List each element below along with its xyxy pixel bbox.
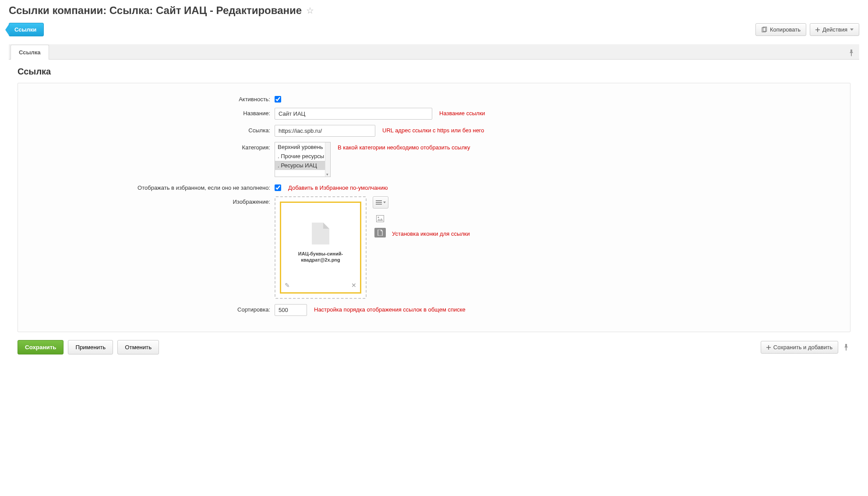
- thumbnail-filename: ИАЦ-буквы-синий-квадрат@2x.png: [285, 251, 356, 263]
- save-and-add-button[interactable]: Сохранить и добавить: [761, 341, 838, 354]
- link-input[interactable]: [275, 125, 375, 137]
- caret-down-icon: [383, 202, 386, 204]
- footer-bar: Сохранить Применить Отменить Сохранить и…: [18, 340, 850, 354]
- form-box: Активность: Название: Название ссылки Сс…: [18, 83, 850, 332]
- pin-footer-button[interactable]: [842, 342, 850, 353]
- tabs-bar: Ссылка: [9, 44, 859, 60]
- file-icon: [312, 223, 329, 244]
- remove-thumbnail-button[interactable]: ✕: [351, 282, 356, 289]
- actions-button[interactable]: Действия: [810, 23, 859, 36]
- activity-label: Активность:: [25, 94, 275, 103]
- copy-label: Копировать: [770, 26, 801, 33]
- pin-icon: [843, 344, 849, 351]
- image-thumbnail: ИАЦ-буквы-синий-квадрат@2x.png ✎ ✕: [280, 202, 361, 294]
- category-option-2[interactable]: . Ресурсы ИАЦ: [275, 161, 330, 170]
- copy-icon: [761, 27, 767, 33]
- favorites-checkbox[interactable]: [275, 184, 281, 191]
- apply-label: Применить: [75, 344, 106, 351]
- hamburger-icon: [376, 200, 382, 205]
- sort-hint: Настройка порядка отображения ссылок в о…: [314, 304, 466, 313]
- link-label: Ссылка:: [25, 125, 275, 134]
- row-activity: Активность:: [25, 94, 843, 103]
- plus-icon: [766, 345, 771, 350]
- save-add-label: Сохранить и добавить: [773, 344, 833, 351]
- category-option-1[interactable]: . Прочие ресурсы: [275, 152, 330, 161]
- svg-point-3: [378, 217, 379, 218]
- edit-thumbnail-button[interactable]: ✎: [285, 282, 290, 289]
- link-hint: URL адрес ссылки с https или без него: [382, 125, 484, 134]
- category-hint: В какой категории необходимо отобразить …: [338, 142, 470, 151]
- image-hint: Установка иконки для ссылки: [392, 228, 470, 237]
- pin-tabs-button[interactable]: [845, 47, 857, 59]
- row-link: Ссылка: URL адрес ссылки с https или без…: [25, 125, 843, 137]
- listbox-scrollbar[interactable]: [325, 142, 330, 177]
- favorites-label: Отображать в избранном, если оно не запо…: [25, 182, 275, 191]
- thumbnail-preview: ИАЦ-буквы-синий-квадрат@2x.png: [285, 206, 356, 279]
- breadcrumb-links-button[interactable]: Ссылки: [9, 23, 44, 36]
- actions-label: Действия: [822, 26, 847, 33]
- file-type-icon[interactable]: [374, 228, 386, 237]
- pencil-icon: ✎: [285, 282, 290, 289]
- row-image: Изображение: ИАЦ-буквы-синий-квадрат@2x.…: [25, 196, 843, 299]
- pin-icon: [849, 50, 854, 57]
- row-category: Категория: Верхний уровень . Прочие ресу…: [25, 142, 843, 177]
- name-hint: Название ссылки: [439, 108, 485, 117]
- activity-checkbox[interactable]: [275, 96, 281, 103]
- row-sort: Сортировка: Настройка порядка отображени…: [25, 304, 843, 316]
- copy-button[interactable]: Копировать: [755, 23, 806, 36]
- panel-title: Ссылка: [18, 67, 850, 77]
- favorites-hint: Добавить в Избранное по-умолчанию: [288, 182, 388, 191]
- save-button[interactable]: Сохранить: [18, 340, 64, 354]
- svg-rect-2: [377, 216, 384, 222]
- row-name: Название: Название ссылки: [25, 108, 843, 120]
- name-label: Название:: [25, 108, 275, 117]
- apply-button[interactable]: Применить: [68, 340, 113, 354]
- tab-link-label: Ссылка: [19, 49, 41, 56]
- caret-down-icon: [850, 28, 854, 31]
- save-label: Сохранить: [25, 344, 56, 351]
- image-drop-area[interactable]: ИАЦ-буквы-синий-квадрат@2x.png ✎ ✕: [275, 196, 367, 299]
- sort-label: Сортировка:: [25, 304, 275, 313]
- name-input[interactable]: [275, 108, 432, 120]
- image-label: Изображение:: [25, 196, 275, 205]
- close-icon: ✕: [351, 282, 356, 289]
- category-listbox[interactable]: Верхний уровень . Прочие ресурсы . Ресур…: [275, 142, 331, 177]
- tab-link[interactable]: Ссылка: [11, 45, 49, 60]
- breadcrumb-label: Ссылки: [14, 26, 36, 33]
- image-type-icon[interactable]: [374, 214, 386, 223]
- plus-icon: [815, 28, 820, 32]
- favorite-star-icon[interactable]: ☆: [306, 5, 314, 16]
- cancel-label: Отменить: [125, 344, 152, 351]
- sort-input[interactable]: [275, 304, 307, 316]
- panel: Ссылка Активность: Название: Название сс…: [9, 60, 859, 363]
- category-option-0[interactable]: Верхний уровень: [275, 142, 330, 152]
- category-label: Категория:: [25, 142, 275, 151]
- page-header: Ссылки компании: Ссылка: Сайт ИАЦ - Реда…: [9, 4, 859, 17]
- toolbar: Ссылки Копировать Действия: [9, 23, 859, 36]
- cancel-button[interactable]: Отменить: [117, 340, 159, 354]
- row-favorites: Отображать в избранном, если оно не запо…: [25, 182, 843, 191]
- page-title: Ссылки компании: Ссылка: Сайт ИАЦ - Реда…: [9, 4, 302, 17]
- image-menu-button[interactable]: [373, 196, 388, 209]
